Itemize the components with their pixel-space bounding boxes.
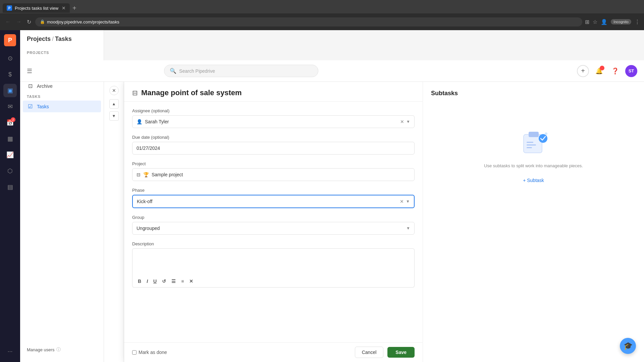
project-list-icon: ⊟ xyxy=(137,172,141,177)
description-input[interactable] xyxy=(132,248,415,275)
project-value: Sample project xyxy=(152,172,183,177)
address-bar[interactable]: 🔒 moodjoy.pipedrive.com/projects/tasks xyxy=(35,17,582,26)
profile-icon[interactable]: 👤 xyxy=(601,19,607,25)
rail-products[interactable]: ⬡ xyxy=(3,164,17,178)
sidebar-archive-label: Archive xyxy=(37,83,53,89)
svg-point-2 xyxy=(539,134,547,143)
insights-icon: ▤ xyxy=(7,183,13,191)
task-modal: ⊟ Manage point of sale system Assignee (… xyxy=(124,82,423,362)
browser-tab-bar: P Projects tasks list view ✕ + xyxy=(0,0,644,13)
undo-btn[interactable]: ↺ xyxy=(161,278,167,285)
forward-btn[interactable]: → xyxy=(15,17,23,26)
search-input[interactable] xyxy=(179,68,313,74)
rail-projects[interactable]: ▣ xyxy=(3,84,17,97)
svg-rect-5 xyxy=(527,147,532,148)
extensions-icon[interactable]: ⊞ xyxy=(585,19,589,25)
group-label: Group xyxy=(132,215,415,220)
app-logo[interactable]: P xyxy=(4,34,16,46)
svg-point-6 xyxy=(545,132,547,135)
manage-users-link[interactable]: Manage users ⓘ xyxy=(20,343,104,357)
archive-nav-icon: ⊡ xyxy=(27,83,34,89)
clear-format-btn[interactable]: ✕ xyxy=(188,278,195,285)
assignee-dropdown-icon: ▼ xyxy=(406,119,410,124)
sidebar-item-archive[interactable]: ⊡ Archive xyxy=(20,80,104,92)
modal-close-btn[interactable]: ✕ xyxy=(109,86,119,95)
browser-tab[interactable]: P Projects tasks list view ✕ xyxy=(3,3,70,13)
projects-section-label: PROJECTS xyxy=(20,48,104,57)
description-label: Description xyxy=(132,241,415,246)
assignee-icon: 👤 xyxy=(137,119,142,124)
rail-insights[interactable]: ▤ xyxy=(3,180,17,194)
chat-support-btn[interactable]: 🎓 xyxy=(620,338,636,354)
assignee-select[interactable]: 👤 Sarah Tyler ✕ ▼ xyxy=(132,115,415,128)
add-subtask-btn[interactable]: + Subtask xyxy=(523,178,544,183)
incognito-badge: Incognito xyxy=(611,19,631,24)
modal-footer: Mark as done Cancel Save xyxy=(124,342,423,362)
search-bar[interactable]: 🔍 xyxy=(164,65,318,77)
new-tab-btn[interactable]: + xyxy=(70,4,79,12)
phase-value: Kick-off xyxy=(137,199,152,204)
back-btn[interactable]: ← xyxy=(4,17,12,26)
tab-favicon: P xyxy=(7,5,12,11)
menu-toggle-icon[interactable]: ☰ xyxy=(27,67,32,75)
group-value: Ungrouped xyxy=(137,226,160,231)
lock-icon: 🔒 xyxy=(40,19,45,24)
subtasks-illustration xyxy=(519,128,549,158)
add-btn[interactable]: + xyxy=(577,65,589,77)
address-text: moodjoy.pipedrive.com/projects/tasks xyxy=(47,19,119,24)
phase-clear-btn[interactable]: ✕ xyxy=(400,199,404,204)
breadcrumb-tasks: Tasks xyxy=(55,36,72,43)
star-icon[interactable]: ☆ xyxy=(593,19,597,25)
notifications-btn[interactable]: 🔔 xyxy=(593,65,605,77)
project-group: Project ⊟ 🏆 Sample project xyxy=(132,161,415,181)
help-icon: ❓ xyxy=(611,67,619,75)
save-btn[interactable]: Save xyxy=(387,347,415,358)
menu-dots[interactable]: ⋮ xyxy=(635,19,640,25)
assignee-clear-btn[interactable]: ✕ xyxy=(400,119,404,124)
bold-btn[interactable]: B xyxy=(137,278,143,285)
phase-dropdown-icon: ▼ xyxy=(406,199,410,204)
main-content: ✕ ▲ ▼ ⊟ Manage point of sale system Assi… xyxy=(104,82,644,362)
group-select[interactable]: Ungrouped ▼ xyxy=(132,222,415,235)
due-date-input[interactable] xyxy=(132,142,415,155)
breadcrumb-projects[interactable]: Projects xyxy=(27,36,51,43)
projects-icon: ▣ xyxy=(7,87,13,94)
refresh-btn[interactable]: ↻ xyxy=(25,17,33,26)
rail-more[interactable]: ··· xyxy=(3,345,17,358)
left-rail: P ⊙ $ ▣ ✉ 2 📅 ▦ 📈 ⬡ ▤ ··· xyxy=(0,30,20,362)
subtasks-title: Subtasks xyxy=(431,90,636,97)
tab-close-btn[interactable]: ✕ xyxy=(62,5,66,11)
modal-nav-down[interactable]: ▼ xyxy=(109,111,119,121)
rail-activities[interactable]: 2 📅 xyxy=(3,116,17,129)
rail-home[interactable]: ⊙ xyxy=(3,52,17,65)
help-btn[interactable]: ❓ xyxy=(609,65,621,77)
manage-users-label: Manage users xyxy=(27,347,54,352)
tab-title: Projects tasks list view xyxy=(15,6,58,11)
underline-btn[interactable]: U xyxy=(152,278,158,285)
group-select-wrap: Ungrouped ▼ xyxy=(132,222,415,235)
phase-select[interactable]: Kick-off ✕ ▼ xyxy=(132,195,415,208)
mark-done-checkbox-label[interactable]: Mark as done xyxy=(132,350,167,355)
rail-trends[interactable]: 📈 xyxy=(3,148,17,162)
rail-deals[interactable]: $ xyxy=(3,68,17,81)
sidebar-tasks-label: Tasks xyxy=(37,104,49,109)
ordered-list-btn[interactable]: ≡ xyxy=(180,278,185,285)
italic-btn[interactable]: I xyxy=(145,278,149,285)
svg-rect-4 xyxy=(527,144,536,145)
user-avatar[interactable]: ST xyxy=(625,65,637,77)
group-group: Group Ungrouped ▼ xyxy=(132,215,415,235)
cancel-btn[interactable]: Cancel xyxy=(355,347,384,358)
breadcrumb-sep: / xyxy=(52,36,54,43)
assignee-value: Sarah Tyler xyxy=(145,119,169,124)
top-header: ☰ 🔍 + 🔔 ❓ ST xyxy=(20,60,644,82)
sidebar-item-tasks[interactable]: ☑ Tasks xyxy=(23,101,101,112)
info-icon: ⓘ xyxy=(56,347,61,353)
search-icon: 🔍 xyxy=(170,68,176,74)
rail-mail[interactable]: ✉ xyxy=(3,100,17,113)
modal-nav-up[interactable]: ▲ xyxy=(109,99,119,109)
tasks-section-label: TASKS xyxy=(20,92,104,101)
project-field[interactable]: ⊟ 🏆 Sample project xyxy=(132,168,415,181)
mark-done-checkbox[interactable] xyxy=(132,350,137,355)
bullet-list-btn[interactable]: ☰ xyxy=(170,278,177,285)
rail-reports[interactable]: ▦ xyxy=(3,132,17,145)
